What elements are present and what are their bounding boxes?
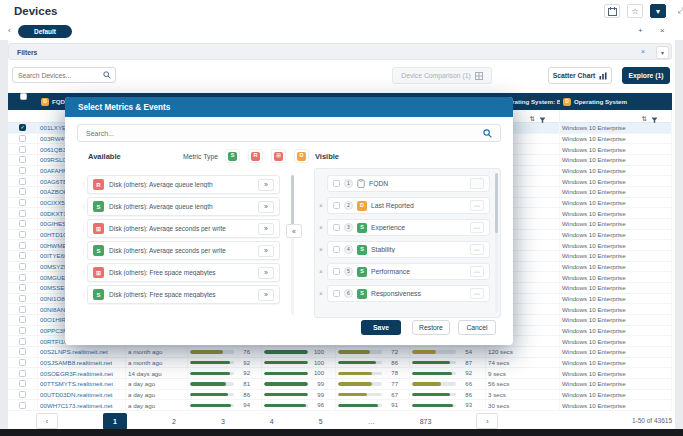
available-item-card[interactable]: RDisk (others): Average queue length»	[87, 175, 280, 194]
next-page-button[interactable]: ›	[476, 413, 498, 429]
visible-scrollbar[interactable]	[495, 173, 498, 313]
device-comparison-button[interactable]: Device Comparison (1)	[392, 67, 492, 84]
available-item[interactable]: ⋮⊞Disk (others): Average seconds per wri…	[80, 219, 280, 238]
view-dropdown-button[interactable]: ▾	[650, 4, 666, 18]
scatter-chart-button[interactable]: Scatter Chart	[548, 67, 612, 84]
row-checkbox[interactable]	[19, 295, 26, 302]
clear-filters-icon[interactable]: ×	[641, 48, 645, 55]
row-checkbox[interactable]	[19, 391, 26, 398]
explore-button[interactable]: Explore (1)	[622, 67, 670, 84]
row-checkbox[interactable]	[19, 178, 26, 185]
calendar-button[interactable]	[604, 4, 620, 18]
item-checkbox[interactable]	[333, 180, 340, 187]
visible-item[interactable]: 1FQDN	[317, 175, 490, 192]
drag-handle-icon[interactable]: ⋮	[80, 269, 87, 276]
item-menu-button[interactable]: ⋯	[470, 222, 484, 233]
row-checkbox[interactable]	[19, 306, 26, 313]
available-item-card[interactable]: ⊞Disk (others): Average seconds per writ…	[87, 219, 280, 238]
table-row[interactable]: 00WH7C173.realtimeit.neta day ago9496919…	[8, 400, 672, 411]
available-item-card[interactable]: SDisk (others): Free space megabytes»	[87, 285, 280, 304]
page-button-5[interactable]: 5	[319, 418, 323, 425]
row-checkbox[interactable]	[19, 263, 26, 270]
drag-handle-icon[interactable]: ⋮	[80, 225, 87, 232]
page-button-1[interactable]: 1	[103, 413, 127, 430]
page-button-2[interactable]: 2	[172, 418, 176, 425]
row-checkbox[interactable]	[19, 284, 26, 291]
view-tab-default[interactable]: Default	[18, 25, 72, 38]
metric-type-chip-d[interactable]: D	[294, 149, 309, 163]
move-item-right-button[interactable]: »	[258, 245, 274, 257]
device-link[interactable]: 00UTD03DN.realtimeit.net	[38, 391, 113, 398]
device-link[interactable]: 00SOEGR3F.realtimeit.net	[38, 370, 113, 377]
row-checkbox[interactable]	[19, 338, 26, 345]
drag-handle-icon[interactable]: ⋮	[80, 181, 87, 188]
table-row[interactable]: 00TTSMYTS.realtimeit.neta day ago8199776…	[8, 379, 672, 390]
item-checkbox[interactable]	[333, 224, 340, 231]
metrics-search-input[interactable]	[78, 130, 483, 137]
available-item[interactable]: ⋮SDisk (others): Free space megabytes»	[80, 285, 280, 304]
sort-icon[interactable]: ⇅	[530, 115, 535, 123]
item-menu-button[interactable]: ⋯	[470, 288, 484, 299]
available-item-card[interactable]: ⊞Disk (others): Free space megabytes»	[87, 263, 280, 282]
filters-expand-button[interactable]: ▾	[656, 46, 669, 59]
visible-item-card[interactable]: 6SResponsiveness⋯	[327, 285, 490, 302]
table-row[interactable]: 00SOEGR3F.realtimeit.net14 days ago92100…	[8, 368, 672, 379]
row-checkbox[interactable]	[19, 188, 26, 195]
row-checkbox[interactable]	[19, 199, 26, 206]
device-link[interactable]: 00WH7C173.realtimeit.net	[38, 402, 113, 409]
move-item-right-button[interactable]: »	[258, 223, 274, 235]
table-row[interactable]: 00SJSAMB8.realtimeit.neta month ago92100…	[8, 358, 672, 369]
remove-item-icon[interactable]: ×	[317, 202, 325, 209]
table-row[interactable]: 00UTD03DN.realtimeit.neta day ago8699678…	[8, 390, 672, 401]
back-caret-icon[interactable]: ‹	[8, 26, 11, 35]
column-header-operating-system[interactable]: DOperating System	[560, 93, 672, 110]
device-search-input[interactable]	[13, 72, 103, 79]
item-checkbox[interactable]	[333, 290, 340, 297]
metric-type-chip-grid[interactable]: ⊞	[271, 149, 286, 163]
move-item-right-button[interactable]: »	[258, 201, 274, 213]
row-checkbox[interactable]	[19, 167, 26, 174]
prev-page-button[interactable]: ‹	[36, 413, 58, 429]
metric-type-chip-r[interactable]: R	[248, 149, 263, 163]
row-checkbox[interactable]	[19, 220, 26, 227]
visible-item[interactable]: ×4SStability⋯	[317, 241, 490, 258]
row-checkbox[interactable]	[19, 380, 26, 387]
item-checkbox[interactable]	[333, 268, 340, 275]
row-checkbox[interactable]	[19, 146, 26, 153]
visible-item[interactable]: ×5SPerformance⋯	[317, 263, 490, 280]
move-item-right-button[interactable]: »	[258, 267, 274, 279]
metric-type-chip-s[interactable]: S	[225, 149, 240, 163]
table-row[interactable]: 00S2LNPS.realtimeit.neta month ago761007…	[8, 347, 672, 358]
select-all-checkbox[interactable]	[20, 93, 27, 100]
visible-item[interactable]: ×2DLast Reported⋯	[317, 197, 490, 214]
remove-item-icon[interactable]: ×	[317, 268, 325, 275]
row-checkbox[interactable]	[19, 359, 26, 366]
remove-item-icon[interactable]: ×	[317, 224, 325, 231]
row-checkbox[interactable]	[19, 348, 26, 355]
move-item-right-button[interactable]: »	[258, 179, 274, 191]
row-checkbox[interactable]	[19, 316, 26, 323]
device-link[interactable]: 00TTSMYTS.realtimeit.net	[38, 380, 113, 387]
drag-handle-icon[interactable]: ⋮	[80, 247, 87, 254]
item-menu-button[interactable]: ⋯	[470, 266, 484, 277]
page-button-4[interactable]: 4	[270, 418, 274, 425]
row-checkbox[interactable]	[19, 231, 26, 238]
row-checkbox[interactable]	[19, 210, 26, 217]
visible-item-card[interactable]: 3SExperience⋯	[327, 219, 490, 236]
device-link[interactable]: 00S2LNPS.realtimeit.net	[38, 348, 108, 355]
available-item-card[interactable]: SDisk (others): Average seconds per writ…	[87, 241, 280, 260]
row-checkbox[interactable]	[19, 242, 26, 249]
visible-item-card[interactable]: 1FQDN	[327, 175, 490, 192]
sort-icon[interactable]: ⇅	[642, 115, 647, 123]
row-checkbox[interactable]	[19, 402, 26, 409]
move-item-right-button[interactable]: »	[258, 289, 274, 301]
row-checkbox[interactable]	[19, 370, 26, 377]
row-checkbox[interactable]	[19, 135, 26, 142]
favorite-button[interactable]: ☆	[627, 4, 643, 18]
drag-handle-icon[interactable]: ⋮	[80, 291, 87, 298]
available-item[interactable]: ⋮SDisk (others): Average seconds per wri…	[80, 241, 280, 260]
cancel-button[interactable]: Cancel	[458, 320, 496, 335]
row-checkbox[interactable]	[19, 252, 26, 259]
visible-item[interactable]: ×6SResponsiveness⋯	[317, 285, 490, 302]
remove-item-icon[interactable]: ×	[317, 290, 325, 297]
